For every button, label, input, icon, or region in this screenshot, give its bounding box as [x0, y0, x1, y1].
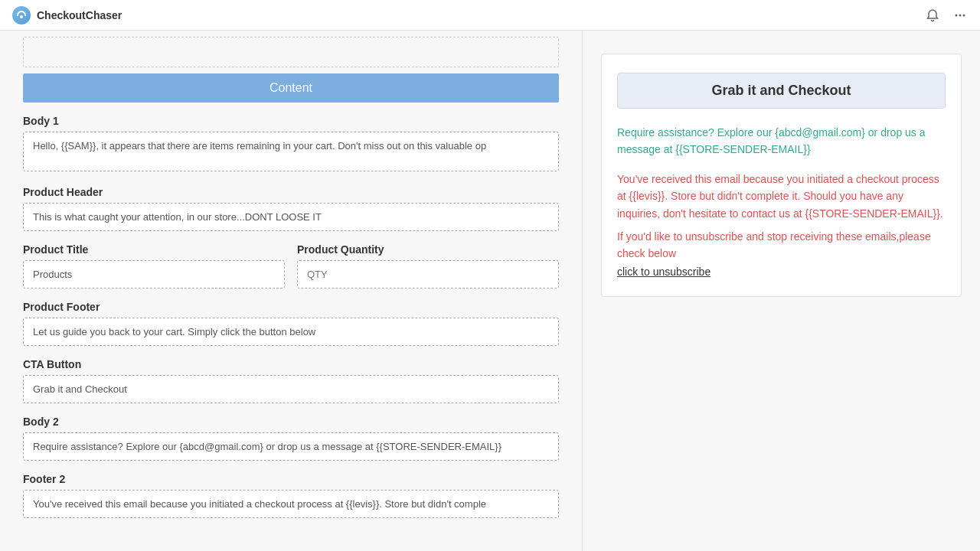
product-row: Product Title Product Quantity: [0, 237, 582, 295]
product-footer-label: Product Footer: [23, 301, 559, 313]
unsubscribe-link[interactable]: click to unsubscribe: [617, 266, 946, 278]
cta-button-label: CTA Button: [23, 358, 559, 370]
product-quantity-input[interactable]: [297, 260, 559, 289]
footer2-section: Footer 2: [0, 467, 582, 524]
content-header-bar: Content: [23, 73, 559, 103]
top-nav: CheckoutChaser: [0, 0, 980, 31]
product-header-label: Product Header: [23, 186, 559, 198]
preview-card: Grab it and Checkout Require assistance?…: [601, 54, 962, 297]
product-title-col: Product Title: [23, 243, 285, 289]
cta-button-input[interactable]: [23, 375, 559, 403]
content-header-label: Content: [270, 81, 312, 94]
product-quantity-label: Product Quantity: [297, 243, 559, 256]
footer2-label: Footer 2: [23, 473, 559, 485]
product-footer-section: Product Footer: [0, 295, 582, 352]
svg-point-2: [959, 14, 962, 16]
body2-section: Body 2: [0, 409, 582, 467]
main-container: Content Body 1 Hello, {{SAM}}, it appear…: [0, 31, 980, 551]
right-panel: Grab it and Checkout Require assistance?…: [582, 31, 980, 551]
product-title-label: Product Title: [23, 243, 285, 256]
body1-section: Body 1 Hello, {{SAM}}, it appears that t…: [0, 109, 582, 180]
notification-icon[interactable]: [925, 8, 940, 23]
left-panel: Content Body 1 Hello, {{SAM}}, it appear…: [0, 31, 582, 551]
body1-input[interactable]: Hello, {{SAM}}, it appears that there ar…: [23, 132, 559, 171]
preview-unsubscribe-line: If you'd like to unsubscribe and stop re…: [617, 228, 946, 262]
footer2-input[interactable]: [23, 490, 559, 518]
product-footer-input[interactable]: [23, 318, 559, 346]
nav-actions: [925, 8, 968, 23]
preview-footer2: You've received this email because you i…: [617, 171, 946, 222]
body2-label: Body 2: [23, 416, 559, 428]
svg-point-1: [956, 14, 958, 16]
top-dashed-area: [23, 37, 559, 67]
body1-label: Body 1: [23, 115, 559, 127]
product-header-section: Product Header: [0, 180, 582, 237]
cta-button-section: CTA Button: [0, 352, 582, 409]
svg-point-0: [20, 15, 23, 18]
preview-body2: Require assistance? Explore our {abcd@gm…: [617, 124, 946, 158]
more-menu-icon[interactable]: [952, 8, 968, 23]
product-quantity-col: Product Quantity: [297, 243, 559, 289]
checkout-button[interactable]: Grab it and Checkout: [617, 73, 946, 109]
product-title-input[interactable]: [23, 260, 285, 289]
app-brand: CheckoutChaser: [12, 6, 122, 24]
svg-point-3: [963, 14, 965, 16]
product-header-input[interactable]: [23, 203, 559, 231]
app-name: CheckoutChaser: [37, 9, 122, 21]
app-logo: [12, 6, 31, 24]
body2-input[interactable]: [23, 432, 559, 461]
